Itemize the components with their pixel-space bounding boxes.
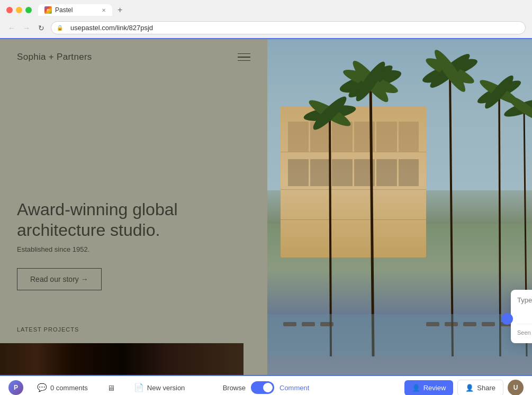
active-tab[interactable]: P Pastel ✕ bbox=[38, 4, 112, 16]
site-header: Sophia + Partners bbox=[17, 52, 250, 62]
new-version-label: New version bbox=[147, 384, 185, 392]
hero-subheading: Established since 1952. bbox=[17, 245, 250, 253]
comments-count: 0 comments bbox=[50, 384, 88, 392]
browse-label: Browse bbox=[223, 384, 246, 392]
comment-footer: Seen by: Everyone Team 📎 bbox=[517, 324, 532, 337]
project-thumbnail bbox=[0, 343, 244, 375]
display-button[interactable]: 🖥 bbox=[102, 380, 120, 396]
site-logo: Sophia + Partners bbox=[17, 52, 92, 62]
right-panel: Seen by: Everyone Team 📎 bbox=[267, 39, 532, 375]
background-image bbox=[267, 39, 532, 375]
new-version-button[interactable]: 📄 New version bbox=[129, 380, 191, 395]
close-button[interactable] bbox=[6, 7, 13, 13]
review-icon: 👤 bbox=[412, 384, 420, 392]
hamburger-line-1 bbox=[238, 53, 250, 54]
svg-rect-24 bbox=[302, 322, 315, 326]
traffic-lights bbox=[6, 7, 32, 13]
hero-heading: Award-winning global architecture studio… bbox=[17, 199, 250, 240]
version-icon: 📄 bbox=[134, 383, 144, 392]
palm-trees bbox=[267, 39, 532, 375]
toolbar-center: Browse Comment bbox=[223, 381, 310, 394]
main-content: Sophia + Partners Award-winning global a… bbox=[0, 39, 532, 375]
hamburger-line-3 bbox=[238, 60, 250, 61]
browser-chrome: P Pastel ✕ + ← → ↻ 🔒 usepastel.com/link/… bbox=[0, 0, 532, 39]
maximize-button[interactable] bbox=[25, 7, 32, 13]
user-avatar[interactable]: U bbox=[508, 380, 524, 395]
svg-rect-22 bbox=[267, 314, 532, 356]
hamburger-line-2 bbox=[238, 57, 250, 58]
review-button[interactable]: 👤 Review bbox=[404, 380, 454, 396]
svg-point-21 bbox=[505, 93, 532, 123]
latest-projects-label: LATEST PROJECTS bbox=[17, 326, 79, 333]
svg-rect-25 bbox=[320, 322, 333, 326]
new-tab-button[interactable]: + bbox=[114, 4, 125, 16]
tab-close-icon[interactable]: ✕ bbox=[102, 7, 106, 13]
display-icon: 🖥 bbox=[107, 383, 115, 392]
svg-line-6 bbox=[450, 71, 453, 356]
cta-button[interactable]: Read our story → bbox=[17, 268, 102, 290]
back-button[interactable]: ← bbox=[6, 24, 17, 32]
forward-button[interactable]: → bbox=[21, 24, 32, 32]
toolbar-right: 👤 Review 👤 Share U bbox=[309, 380, 524, 396]
svg-rect-26 bbox=[426, 322, 439, 326]
url-text: usepastel.com/link/827psjd bbox=[70, 24, 153, 32]
tab-bar: P Pastel ✕ + bbox=[38, 4, 125, 16]
bottom-toolbar: P 💬 0 comments 🖥 📄 New version Browse Co… bbox=[0, 375, 532, 395]
svg-rect-29 bbox=[482, 322, 495, 326]
left-panel: Sophia + Partners Award-winning global a… bbox=[0, 39, 267, 375]
toolbar-left: P 💬 0 comments 🖥 📄 New version bbox=[8, 380, 223, 395]
share-label: Share bbox=[477, 384, 495, 392]
tab-title: Pastel bbox=[55, 6, 73, 14]
seen-by-label: Seen by: bbox=[517, 329, 532, 336]
share-icon: 👤 bbox=[465, 384, 474, 392]
share-button[interactable]: 👤 Share bbox=[457, 380, 503, 396]
mode-toggle[interactable] bbox=[251, 381, 274, 394]
hero-content: Award-winning global architecture studio… bbox=[17, 199, 250, 290]
comment-icon: 💬 bbox=[37, 383, 47, 392]
hamburger-menu[interactable] bbox=[238, 53, 250, 61]
comment-popup: Seen by: Everyone Team 📎 bbox=[511, 290, 532, 343]
address-input[interactable]: 🔒 usepastel.com/link/827psjd bbox=[51, 21, 526, 34]
refresh-button[interactable]: ↻ bbox=[36, 24, 47, 32]
address-bar: ← → ↻ 🔒 usepastel.com/link/827psjd bbox=[0, 19, 532, 39]
minimize-button[interactable] bbox=[16, 7, 22, 13]
comment-mode-label: Comment bbox=[279, 384, 309, 392]
pastel-logo[interactable]: P bbox=[8, 380, 23, 395]
review-label: Review bbox=[423, 384, 446, 392]
title-bar: P Pastel ✕ + bbox=[0, 0, 532, 19]
tab-favicon: P bbox=[44, 6, 52, 14]
toggle-knob bbox=[263, 383, 273, 392]
comments-button[interactable]: 💬 0 comments bbox=[32, 380, 93, 395]
svg-rect-28 bbox=[463, 322, 476, 326]
lock-icon: 🔒 bbox=[57, 25, 63, 31]
svg-rect-27 bbox=[445, 322, 458, 326]
comment-indicator[interactable] bbox=[501, 313, 513, 325]
comment-textarea[interactable] bbox=[517, 296, 532, 317]
svg-rect-23 bbox=[283, 322, 296, 326]
